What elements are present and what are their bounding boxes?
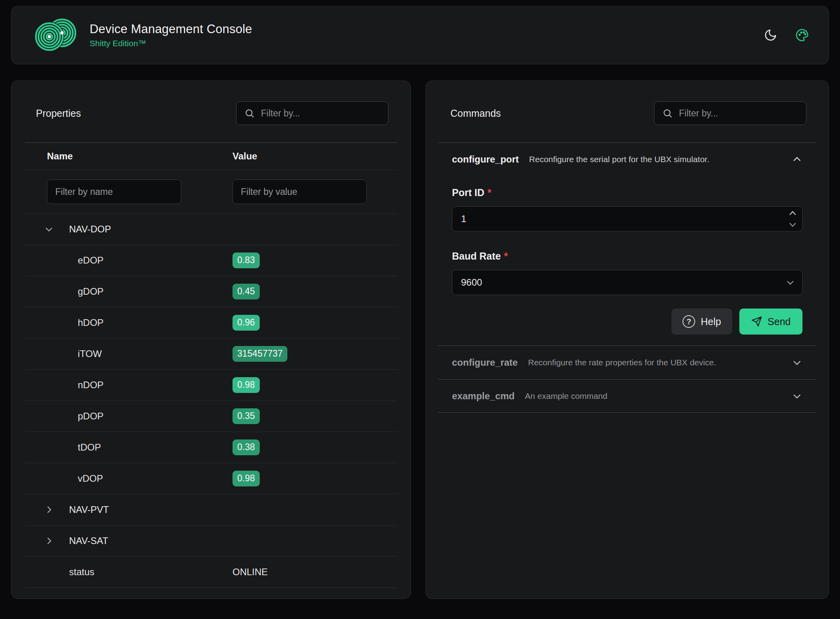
send-icon — [751, 316, 762, 327]
search-icon — [662, 108, 673, 118]
help-icon: ? — [682, 315, 695, 328]
chevron-down-icon — [44, 224, 54, 234]
field-label-port-id: Port ID* — [452, 187, 802, 198]
property-group-row[interactable]: NAV-DOP — [25, 214, 397, 245]
required-asterisk: * — [488, 187, 491, 198]
properties-filter[interactable] — [236, 101, 388, 125]
properties-title: Properties — [36, 108, 81, 119]
property-value-badge: 0.98 — [232, 377, 260, 393]
baud-rate-value: 9600 — [452, 270, 802, 295]
app-logo-icon — [35, 16, 76, 54]
stepper-up-icon[interactable] — [788, 209, 797, 217]
number-stepper[interactable] — [788, 206, 797, 232]
property-row: gDOP 0.45 — [25, 276, 397, 307]
property-name: iTOW — [78, 348, 102, 359]
property-value-badge: 0.35 — [232, 408, 260, 424]
property-group-label: NAV-DOP — [69, 224, 111, 235]
property-name: gDOP — [78, 286, 103, 297]
app-header: Device Management Console Shitty Edition… — [11, 6, 829, 64]
commands-filter-input[interactable] — [679, 108, 798, 119]
chevron-down-icon — [791, 391, 802, 402]
chevron-right-icon — [44, 505, 54, 515]
property-value-badge: 0.98 — [232, 471, 260, 486]
commands-list: configure_port Reconfigure the serial po… — [438, 142, 817, 413]
command-row-configure-port[interactable]: configure_port Reconfigure the serial po… — [438, 142, 817, 176]
required-asterisk: * — [504, 251, 508, 262]
property-row: status ONLINE — [25, 557, 397, 588]
value-filter-input[interactable] — [232, 180, 367, 204]
properties-table-header: Name Value — [25, 142, 397, 170]
command-description: Reconfigure the rate properties for the … — [528, 358, 716, 367]
property-group-row[interactable]: NAV-PVT — [25, 494, 397, 525]
column-filter-row — [25, 170, 397, 214]
commands-filter[interactable] — [654, 101, 806, 125]
chevron-up-icon — [791, 154, 802, 165]
baud-rate-select[interactable]: 9600 — [452, 270, 802, 295]
property-name: tDOP — [78, 442, 101, 453]
property-group-label: NAV-SAT — [69, 535, 108, 546]
property-name: nDOP — [78, 380, 103, 391]
chevron-right-icon — [44, 536, 54, 546]
send-button[interactable]: Send — [739, 309, 802, 335]
property-value-badge: 0.96 — [232, 315, 260, 331]
stepper-down-icon[interactable] — [788, 221, 797, 228]
help-button[interactable]: ? Help — [671, 309, 732, 335]
property-name: hDOP — [78, 317, 103, 328]
page-title: Device Management Console — [90, 22, 252, 36]
name-filter-input[interactable] — [47, 180, 181, 204]
property-value-badge: 0.38 — [232, 439, 260, 455]
search-icon — [244, 108, 255, 118]
property-value-badge: 0.45 — [232, 284, 260, 299]
theme-toggle-moon-icon[interactable] — [764, 28, 777, 42]
properties-filter-input[interactable] — [261, 108, 380, 119]
command-description: Reconfigure the serial port for the UBX … — [529, 155, 709, 164]
page-subtitle: Shitty Edition™ — [90, 39, 252, 48]
command-name: configure_rate — [452, 357, 518, 368]
property-row: hDOP 0.96 — [25, 307, 397, 338]
column-header-value: Value — [232, 151, 257, 162]
property-name: vDOP — [78, 473, 103, 484]
property-name: eDOP — [78, 255, 103, 266]
commands-title: Commands — [450, 108, 501, 119]
command-form-configure-port: Port ID* Baud Rate* 9600 ? Help — [438, 176, 817, 346]
command-description: An example command — [525, 391, 608, 401]
commands-panel: Commands configure_port Reconfigure the … — [426, 80, 829, 599]
property-row: tDOP 0.38 — [25, 432, 397, 463]
chevron-down-icon — [791, 357, 802, 368]
command-name: example_cmd — [452, 391, 515, 402]
command-name: configure_port — [452, 154, 519, 165]
property-row: pDOP 0.35 — [25, 401, 397, 432]
property-row: iTOW 315457737 — [25, 338, 397, 370]
properties-panel: Properties Name Value NAV-DOP — [11, 80, 411, 599]
property-value-badge: 315457737 — [232, 346, 287, 362]
property-group-row[interactable]: NAV-SAT — [25, 525, 397, 557]
property-row: eDOP 0.83 — [25, 245, 397, 276]
command-row-example-cmd[interactable]: example_cmd An example command — [438, 379, 817, 413]
field-label-baud-rate: Baud Rate* — [452, 251, 802, 262]
property-name: status — [69, 567, 94, 578]
port-id-input[interactable] — [452, 206, 802, 232]
property-row: nDOP 0.98 — [25, 370, 397, 401]
properties-table: Name Value NAV-DOP eDOP 0.83 gDOP — [25, 142, 397, 588]
command-row-configure-rate[interactable]: configure_rate Reconfigure the rate prop… — [438, 346, 817, 379]
property-value-badge: 0.83 — [232, 252, 260, 268]
column-header-name: Name — [47, 151, 73, 162]
property-group-label: NAV-PVT — [69, 504, 109, 515]
property-value: ONLINE — [232, 567, 268, 578]
palette-icon[interactable] — [795, 28, 809, 42]
property-row: vDOP 0.98 — [25, 463, 397, 494]
property-name: pDOP — [78, 411, 103, 422]
